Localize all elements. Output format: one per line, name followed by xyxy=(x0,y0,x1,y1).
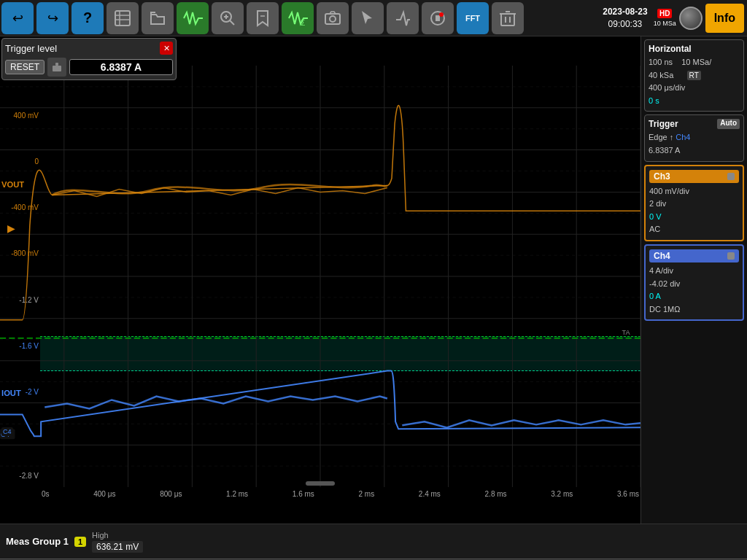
h-row-4: 0 s xyxy=(649,95,740,108)
meas-badge: 1 xyxy=(74,537,86,547)
trigger-knob-icon[interactable] xyxy=(47,58,66,77)
ch4-settings-dot[interactable] xyxy=(727,252,735,260)
x-label-2ms: 2 ms xyxy=(359,490,375,498)
h-row-2: 40 kSa RT xyxy=(649,69,740,82)
undo-button[interactable]: ↩ xyxy=(1,2,34,34)
waveform-area: 800 mV 400 mV 0 -400 mV -800 mV -1.2 V -… xyxy=(0,66,640,502)
camera-button[interactable] xyxy=(317,2,349,34)
svg-text:VOUT: VOUT xyxy=(1,181,24,190)
ch4-row-3: 0 A xyxy=(649,290,739,303)
svg-rect-0 xyxy=(115,11,130,26)
trigger-controls: RESET 6.8387 A xyxy=(5,58,173,77)
trigger-dialog-label: Trigger level xyxy=(5,43,57,54)
msa-label: 10 MSa xyxy=(654,20,676,27)
x-label-0: 0s xyxy=(42,490,50,498)
measure-table-button[interactable] xyxy=(107,2,139,34)
x-label-800us: 800 μs xyxy=(160,490,182,498)
toolbar: ↩ ↪ ? ∑ FFT xyxy=(0,0,747,36)
ch3-row-2: 2 div xyxy=(649,198,739,211)
trigger-value-display: 6.8387 A xyxy=(69,59,173,75)
delete-button[interactable] xyxy=(492,2,524,34)
trigger-mode-button[interactable] xyxy=(387,2,419,34)
svg-point-13 xyxy=(439,12,444,17)
ch4-row-2: -4.02 div xyxy=(649,278,739,291)
meas-group-label: Meas Group 1 xyxy=(6,536,69,547)
meas-high-value: 636.21 mV xyxy=(92,541,143,553)
ch4-panel[interactable]: Ch4 4 A/div -4.02 div 0 A DC 1MΩ xyxy=(644,244,744,321)
rt-badge: RT xyxy=(687,71,701,80)
svg-point-11 xyxy=(330,16,336,22)
x-label-24ms: 2.4 ms xyxy=(419,490,441,498)
waveform-button[interactable] xyxy=(177,2,209,34)
ch3-row-4: AC xyxy=(649,223,739,236)
meas-item-high: High 636.21 mV xyxy=(92,531,143,553)
help-button[interactable]: ? xyxy=(71,2,104,34)
x-label-16ms: 1.6 ms xyxy=(293,490,314,498)
fft-button[interactable]: FFT xyxy=(457,2,489,34)
trigger-dialog-title: Trigger level ✕ xyxy=(5,42,173,55)
horizontal-info-panel: Horizontal 100 ns 10 MSa/ 40 kSa RT 400 … xyxy=(644,39,744,112)
ch3-panel[interactable]: Ch3 400 mV/div 2 div 0 V AC xyxy=(644,165,744,241)
ch4-row-1: 4 A/div xyxy=(649,265,739,278)
open-button[interactable] xyxy=(142,2,174,34)
trigger-arrow-marker: ▶ xyxy=(7,222,15,234)
trigger-info-title: Trigger Auto xyxy=(649,119,740,129)
trigger-dialog: Trigger level ✕ RESET 6.8387 A xyxy=(1,38,177,80)
x-label-28ms: 2.8 ms xyxy=(485,490,507,498)
x-label-400us: 400 μs xyxy=(93,490,115,498)
ch3-row-1: 400 mV/div xyxy=(649,185,739,198)
ch3-title: Ch3 xyxy=(649,170,739,183)
trigger-edge-row: Edge ↑ Ch4 xyxy=(649,131,740,144)
meas-high-label: High xyxy=(92,531,143,540)
ch3-row-3: 0 V xyxy=(649,211,739,224)
knob-icon[interactable] xyxy=(679,7,703,30)
waveform-svg: VOUT IOUT C4 TA xyxy=(0,66,640,502)
x-label-12ms: 1.2 ms xyxy=(226,490,248,498)
meas-bar: Meas Group 1 1 High 636.21 mV xyxy=(0,524,747,559)
scroll-indicator[interactable] xyxy=(306,481,335,486)
ch4-row-4: DC 1MΩ xyxy=(649,303,739,316)
h-row-1: 100 ns 10 MSa/ xyxy=(649,56,740,69)
x-label-32ms: 3.2 ms xyxy=(551,490,573,498)
trigger-value-row: 6.8387 A xyxy=(649,144,740,158)
x-axis-labels: 0s 400 μs 800 μs 1.2 ms 1.6 ms 2 ms 2.4 … xyxy=(40,486,640,502)
math-button[interactable]: ∑ xyxy=(282,2,314,34)
hd-badge: HD xyxy=(657,9,672,18)
svg-text:TA: TA xyxy=(622,329,630,336)
info-button[interactable]: Info xyxy=(705,4,744,33)
datetime-display: 2023-08-23 09:00:33 xyxy=(603,6,647,31)
trigger-panel-label: Trigger xyxy=(649,119,678,129)
horizontal-info-title: Horizontal xyxy=(649,44,740,54)
svg-line-5 xyxy=(230,20,234,25)
main-area: Trigger level ✕ RESET 6.8387 A 800 mV 40… xyxy=(0,36,747,524)
svg-text:IOUT: IOUT xyxy=(1,389,21,398)
bookmark-button[interactable] xyxy=(247,2,279,34)
svg-text:∑: ∑ xyxy=(301,18,305,26)
svg-rect-20 xyxy=(55,63,58,66)
ch3-settings-dot[interactable] xyxy=(727,173,735,180)
trigger-auto-badge: Auto xyxy=(717,119,740,129)
ch4-title: Ch4 xyxy=(649,249,739,262)
ch4-left-marker: C4 xyxy=(1,427,13,436)
ch3-label: Ch3 xyxy=(654,171,670,182)
svg-rect-14 xyxy=(501,14,514,26)
ch4-label: Ch4 xyxy=(654,251,670,261)
redo-button[interactable]: ↪ xyxy=(36,2,69,34)
svg-rect-19 xyxy=(53,66,61,71)
h-row-3: 400 μs/div xyxy=(649,82,740,95)
cursor-mode-button[interactable] xyxy=(352,2,384,34)
x-label-36ms: 3.6 ms xyxy=(617,490,639,498)
trigger-info-panel: Trigger Auto Edge ↑ Ch4 6.8387 A xyxy=(644,114,744,161)
scope-display: Trigger level ✕ RESET 6.8387 A 800 mV 40… xyxy=(0,36,641,524)
zoom-button[interactable] xyxy=(212,2,244,34)
trigger-reset-button[interactable]: RESET xyxy=(5,60,44,74)
right-panel: Horizontal 100 ns 10 MSa/ 40 kSa RT 400 … xyxy=(641,36,747,524)
record-button[interactable] xyxy=(422,2,454,34)
trigger-close-button[interactable]: ✕ xyxy=(160,42,173,55)
